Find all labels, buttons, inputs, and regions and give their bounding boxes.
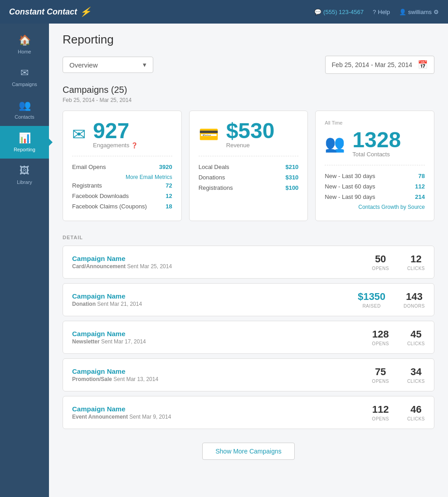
campaign-name-link[interactable]: Campaign Name: [72, 255, 372, 262]
brand-logo: Constant Contact ⚡: [9, 6, 91, 17]
phone-icon: 💬: [314, 9, 321, 15]
revenue-card: 💳 $530 Revenue Local Deals $210: [189, 111, 308, 221]
registrations-row: Registrations $100: [199, 183, 299, 193]
campaign-meta: Card/Announcement Sent Mar 25, 2014: [72, 263, 372, 270]
reporting-icon: 📊: [19, 132, 31, 144]
brand-name: Constant Contact: [9, 7, 77, 17]
page-title: Reporting: [63, 33, 434, 47]
campaign-meta: Newsletter Sent Mar 17, 2014: [72, 338, 372, 345]
campaign-info: Campaign Name Donation Sent Mar 21, 2014: [72, 292, 358, 307]
campaign-stat-2: 34 CLICKS: [407, 366, 425, 384]
campaigns-title: Campaigns (25): [63, 85, 434, 95]
campaign-item: Campaign Name Newsletter Sent Mar 17, 20…: [63, 321, 434, 354]
sidebar-item-library[interactable]: 🖼 Library: [0, 159, 49, 191]
wallet-stat-icon: 💳: [199, 125, 219, 144]
campaign-stat-2: 12 CLICKS: [407, 253, 425, 271]
campaign-info: Campaign Name Event Announcement Sent Ma…: [72, 405, 372, 420]
campaign-meta: Promotion/Sale Sent Mar 13, 2014: [72, 376, 372, 382]
toolbar: Overview ▾ Feb 25, 2014 - Mar 25, 2014 📅: [63, 56, 434, 74]
campaign-stat-2: 46 CLICKS: [407, 404, 425, 421]
facebook-claims-row: Facebook Claims (Coupons) 18: [72, 201, 172, 212]
contacts-label: Total Contacts: [352, 151, 401, 158]
campaign-stat-2: 143 DONORS: [404, 291, 425, 309]
campaign-name-link[interactable]: Campaign Name: [72, 330, 372, 338]
home-icon: 🏠: [19, 34, 31, 46]
local-deals-row: Local Deals $210: [199, 162, 299, 172]
campaign-info: Campaign Name Promotion/Sale Sent Mar 13…: [72, 367, 372, 382]
campaign-stats: 112 OPENS 46 CLICKS: [372, 404, 425, 421]
user-menu[interactable]: 👤 swilliams ⚙: [399, 9, 439, 15]
date-range-text: Feb 25, 2014 - Mar 25, 2014: [332, 61, 412, 68]
campaign-list: Campaign Name Card/Announcement Sent Mar…: [63, 246, 434, 434]
email-stat-icon: ✉: [72, 125, 86, 144]
campaigns-icon: ✉: [20, 67, 29, 79]
date-range-picker[interactable]: Feb 25, 2014 - Mar 25, 2014 📅: [325, 56, 434, 74]
help-link[interactable]: ? Help: [373, 9, 390, 15]
main-content: Reporting Overview ▾ Feb 25, 2014 - Mar …: [49, 24, 448, 497]
campaign-name-link[interactable]: Campaign Name: [72, 292, 358, 300]
detail-label: DETAIL: [63, 235, 434, 240]
sidebar-item-campaigns[interactable]: ✉ Campaigns: [0, 61, 49, 93]
campaign-stats: 50 OPENS 12 CLICKS: [372, 253, 425, 271]
campaign-info: Campaign Name Card/Announcement Sent Mar…: [72, 255, 372, 270]
campaign-stat-1: 128 OPENS: [372, 328, 389, 346]
campaign-item: Campaign Name Promotion/Sale Sent Mar 13…: [63, 358, 434, 391]
library-icon: 🖼: [19, 165, 29, 177]
engagements-label: Engagements ❓: [93, 142, 138, 149]
contacts-growth-link[interactable]: Contacts Growth by Source: [325, 204, 425, 210]
engagements-card: ✉ 927 Engagements ❓ Email Opens: [63, 111, 182, 221]
campaign-item: Campaign Name Donation Sent Mar 21, 2014…: [63, 283, 434, 316]
settings-icon: ⚙: [433, 9, 439, 15]
campaigns-header: Campaigns (25) Feb 25, 2014 - Mar 25, 20…: [63, 85, 434, 103]
donations-row: Donations $310: [199, 172, 299, 183]
contacts-number: 1328: [352, 129, 401, 151]
email-opens-row: Email Opens 3920: [72, 162, 172, 172]
campaign-stats: 75 OPENS 34 CLICKS: [372, 366, 425, 384]
registrants-row: Registrants 72: [72, 180, 172, 191]
campaign-stat-1: 112 OPENS: [372, 404, 389, 421]
campaign-info: Campaign Name Newsletter Sent Mar 17, 20…: [72, 330, 372, 345]
campaign-meta: Event Announcement Sent Mar 9, 2014: [72, 414, 372, 420]
contacts-icon: 👥: [19, 100, 31, 111]
contacts-card: All Time 👥 1328 Total Contacts: [315, 111, 434, 221]
brand-icon: ⚡: [80, 6, 91, 17]
show-more-row: Show More Campaigns: [63, 434, 434, 469]
user-icon: 👤: [399, 9, 406, 15]
top-nav: Constant Contact ⚡ 💬 (555) 123-4567 ? He…: [0, 0, 448, 24]
campaign-stats: $1350 RAISED 143 DONORS: [358, 291, 425, 309]
contacts-stat-icon: 👥: [325, 134, 345, 153]
campaigns-date: Feb 25, 2014 - Mar 25, 2014: [63, 97, 434, 103]
campaign-name-link[interactable]: Campaign Name: [72, 367, 372, 375]
new-60-row: New - Last 60 days 112: [325, 181, 425, 192]
help-circle-icon: ❓: [131, 142, 138, 149]
revenue-label: Revenue: [226, 142, 275, 149]
all-time-label: All Time: [325, 120, 425, 125]
overview-dropdown[interactable]: Overview ▾: [63, 57, 153, 73]
campaign-meta: Donation Sent Mar 21, 2014: [72, 301, 358, 307]
sidebar-item-reporting[interactable]: 📊 Reporting: [0, 126, 49, 159]
new-30-row: New - Last 30 days 78: [325, 171, 425, 181]
dropdown-value: Overview: [69, 61, 98, 69]
chevron-down-icon: ▾: [143, 61, 146, 69]
phone-number[interactable]: 💬 (555) 123-4567: [314, 9, 364, 15]
detail-section: DETAIL Campaign Name Card/Announcement S…: [63, 235, 434, 469]
campaign-name-link[interactable]: Campaign Name: [72, 405, 372, 413]
campaign-stat-1: 50 OPENS: [372, 253, 389, 271]
revenue-number: $530: [226, 120, 275, 142]
campaign-item: Campaign Name Card/Announcement Sent Mar…: [63, 246, 434, 279]
sidebar: 🏠 Home ✉ Campaigns 👥 Contacts 📊 Reportin…: [0, 24, 49, 497]
stats-row: ✉ 927 Engagements ❓ Email Opens: [63, 111, 434, 221]
campaign-item: Campaign Name Event Announcement Sent Ma…: [63, 396, 434, 429]
campaign-stats: 128 OPENS 45 CLICKS: [372, 328, 425, 346]
show-more-button[interactable]: Show More Campaigns: [202, 443, 295, 460]
new-90-row: New - Last 90 days 214: [325, 192, 425, 202]
more-email-metrics-link[interactable]: More Email Metrics: [72, 174, 172, 180]
campaign-stat-1: 75 OPENS: [372, 366, 389, 384]
sidebar-item-home[interactable]: 🏠 Home: [0, 28, 49, 61]
calendar-icon: 📅: [418, 60, 428, 70]
campaign-stat-1: $1350 RAISED: [358, 291, 385, 309]
help-icon: ?: [373, 9, 376, 15]
top-nav-right: 💬 (555) 123-4567 ? Help 👤 swilliams ⚙: [314, 9, 439, 15]
facebook-downloads-row: Facebook Downloads 12: [72, 191, 172, 201]
sidebar-item-contacts[interactable]: 👥 Contacts: [0, 93, 49, 126]
